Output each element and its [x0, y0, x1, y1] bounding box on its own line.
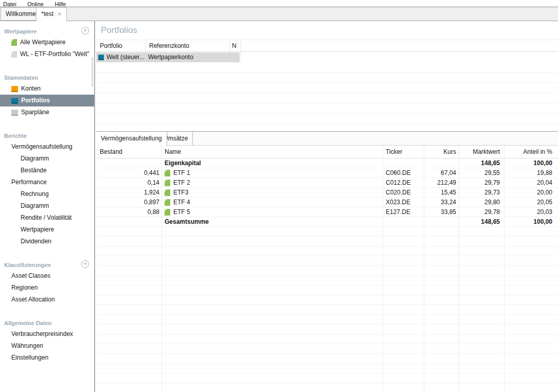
workspace-tabstrip: Willkommen *test✕ — [0, 7, 558, 21]
sidebar-item-dividenden[interactable]: Dividenden — [0, 236, 94, 247]
sidebar-item-rechnung[interactable]: Rechnung — [0, 188, 94, 200]
sidebar-item-label: Währungen — [11, 340, 43, 352]
accounts-icon — [11, 86, 18, 92]
table-row-total[interactable]: Gesamtsumme 148,65 100,00 — [96, 217, 558, 227]
sidebar-scrollbar[interactable] — [92, 57, 93, 87]
sidebar-item-einstellungen[interactable]: Einstellungen — [0, 352, 94, 364]
table-row-group[interactable]: Eigenkapital 148,65 100,00 — [96, 158, 558, 168]
tab-vermoegensaufstellung[interactable]: Vermögensaufstellung — [96, 132, 167, 146]
name-cell: ETF 1 — [173, 168, 190, 178]
column-header-n[interactable]: N — [232, 40, 237, 51]
sidebar-item-diagramm-1[interactable]: Diagramm — [0, 153, 94, 165]
column-header-ticker[interactable]: Ticker — [383, 146, 424, 158]
sidebar-item-portfolios[interactable]: Portfolios — [0, 95, 94, 106]
sidebar-item-wertpapiere[interactable]: Wertpapiere — [0, 224, 94, 236]
sidebar-item-vermoegensaufstellung[interactable]: Vermögensaufstellung — [0, 141, 94, 153]
portfolio-name-cell: Welt (steuer... — [106, 52, 145, 62]
sidebar-item-konten[interactable]: Konten — [0, 83, 94, 95]
sidebar-item-label: WL - ETF-Portfolio "Welt" — [20, 48, 89, 60]
kurs-cell — [424, 217, 459, 226]
section-wertpapiere: Wertpapiere + Alle Wertpapiere WL - ETF-… — [0, 25, 94, 60]
bestand-cell: 0,441 — [96, 168, 161, 177]
sidebar-item-alle-wertpapiere[interactable]: Alle Wertpapiere — [0, 37, 94, 48]
sidebar-item-asset-classes[interactable]: Asset Classes — [0, 270, 94, 282]
marktwert-cell: 148,65 — [459, 217, 504, 226]
sidebar-item-rendite-volatilitaet[interactable]: Rendite / Volatilität — [0, 212, 94, 224]
column-header-marktwert[interactable]: Marktwert — [459, 146, 504, 158]
sidebar-item-label: Dividenden — [21, 236, 51, 247]
column-header-bestand[interactable]: Bestand — [96, 146, 161, 158]
tab-label: *test — [41, 10, 53, 17]
kurs-cell: 212,49 — [424, 178, 459, 187]
ticker-cell: C020.DE — [383, 188, 424, 197]
marktwert-cell: 29,78 — [459, 207, 504, 217]
kurs-cell: 67,04 — [424, 168, 459, 177]
table-row-security[interactable]: 0,897 ETF 4 X023.DE 33,24 29,80 20,05 — [96, 198, 558, 207]
sidebar: Wertpapiere + Alle Wertpapiere WL - ETF-… — [0, 21, 95, 392]
security-doc-icon — [165, 209, 170, 216]
sidebar-item-label: Rendite / Volatilität — [21, 212, 71, 224]
sidebar-item-diagramm-2[interactable]: Diagramm — [0, 200, 94, 212]
anteil-cell: 20,03 — [504, 207, 558, 217]
ticker-cell: E127.DE — [383, 207, 424, 217]
close-icon[interactable]: ✕ — [57, 11, 62, 17]
sidebar-item-label: Einstellungen — [11, 352, 48, 364]
security-doc-icon — [165, 199, 170, 206]
portfolio-icon — [98, 55, 104, 60]
add-icon[interactable]: + — [81, 260, 89, 268]
table-row-security[interactable]: 0,14 ETF 2 C012.DE 212,49 29,79 20,04 — [96, 178, 558, 188]
section-berichte: Berichte Vermögensaufstellung Diagramm B… — [0, 129, 94, 247]
sidebar-item-wl-etf-portfolio-welt[interactable]: WL - ETF-Portfolio "Welt" — [0, 48, 94, 60]
tab-label: Willkommen — [6, 10, 39, 17]
portfolios-table-header: Portfolio Referenzkonto N — [96, 40, 558, 52]
detail-tabstrip: Vermögensaufstellung Umsätze — [96, 131, 558, 146]
ticker-cell — [383, 158, 424, 168]
anteil-cell: 19,88 — [504, 168, 558, 177]
sidebar-item-label: Diagramm — [21, 153, 49, 165]
sidebar-item-label: Sparpläne — [21, 106, 49, 118]
table-row-security[interactable]: 0,88 ETF 5 E127.DE 33,85 29,78 20,03 — [96, 207, 558, 217]
sidebar-item-waehrungen[interactable]: Währungen — [0, 340, 94, 352]
sidebar-item-label: Portfolios — [21, 95, 50, 106]
table-row-security[interactable]: 1,924 ETF3 C020.DE 15,45 29,73 20,00 — [96, 188, 558, 198]
sidebar-item-label: Asset Allocation — [11, 294, 55, 306]
table-row-security[interactable]: 0,441 ETF 1 C060.DE 67,04 29,55 19,88 — [96, 168, 558, 178]
column-header-name[interactable]: Name — [161, 146, 383, 158]
add-icon[interactable]: + — [81, 27, 89, 34]
name-cell: ETF 2 — [173, 178, 190, 188]
menu-datei[interactable]: Datei — [3, 1, 16, 7]
sidebar-item-asset-allocation[interactable]: Asset Allocation — [0, 294, 94, 306]
referenzkonto-cell: Wertpapierkonto — [148, 52, 193, 62]
kurs-cell: 15,45 — [424, 188, 459, 197]
column-header-portfolio[interactable]: Portfolio — [100, 40, 122, 51]
column-header-anteil[interactable]: Anteil in % — [504, 146, 558, 158]
ticker-cell: C012.DE — [383, 178, 424, 187]
section-klassifizierungen: Klassifizierungen + Asset Classes Region… — [0, 258, 94, 306]
sidebar-item-performance[interactable]: Performance — [0, 176, 94, 188]
marktwert-cell: 29,55 — [459, 168, 504, 177]
sidebar-item-label: Verbraucherpreisindex — [11, 328, 73, 340]
column-header-referenzkonto[interactable]: Referenzkonto — [149, 40, 189, 51]
menu-online[interactable]: Online — [27, 1, 44, 7]
tab-test[interactable]: *test✕ — [36, 7, 67, 21]
bestand-cell: 0,897 — [96, 198, 161, 207]
sidebar-item-label: Asset Classes — [11, 270, 50, 282]
page-title: Portfolios — [101, 25, 137, 35]
anteil-cell: 20,00 — [504, 188, 558, 197]
sidebar-item-sparplaene[interactable]: Sparpläne — [0, 106, 94, 118]
ticker-cell — [383, 217, 424, 226]
menu-hilfe[interactable]: Hilfe — [55, 1, 66, 7]
anteil-cell: 100,00 — [504, 217, 558, 226]
portfolios-icon — [11, 98, 18, 104]
bestand-cell: 0,88 — [96, 207, 161, 217]
name-cell: Eigenkapital — [165, 158, 201, 168]
sidebar-item-verbraucherpreisindex[interactable]: Verbraucherpreisindex — [0, 328, 94, 340]
main-panel: Portfolios Portfolio Referenzkonto N Wel… — [96, 21, 558, 392]
security-doc-icon — [165, 189, 170, 196]
portfolio-row[interactable]: Welt (steuer... Wertpapierkonto — [96, 52, 240, 62]
sidebar-item-bestaende[interactable]: Bestände — [0, 165, 94, 176]
column-header-kurs[interactable]: Kurs — [424, 146, 459, 158]
sidebar-item-regionen[interactable]: Regionen — [0, 282, 94, 294]
ticker-cell: X023.DE — [383, 198, 424, 207]
holdings-table: Bestand Name Ticker Kurs Marktwert Antei… — [96, 146, 558, 392]
